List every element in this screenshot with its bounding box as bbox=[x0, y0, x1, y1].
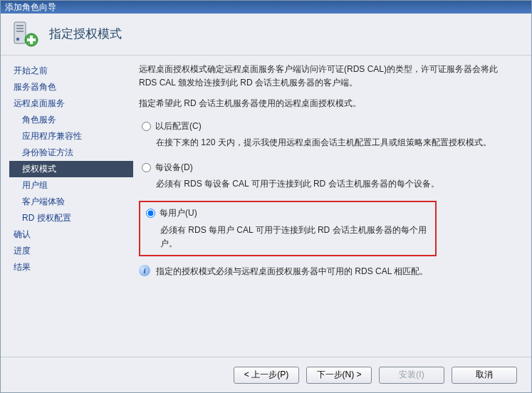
info-icon: i bbox=[139, 265, 150, 276]
highlight-box: 每用户(U) 必须有 RDS 每用户 CAL 可用于连接到此 RD 会话主机服务… bbox=[139, 201, 437, 256]
cancel-button[interactable]: 取消 bbox=[452, 367, 517, 384]
option-later: 以后配置(C) 在接下来的 120 天内，提示我使用远程桌面会话主机配置工具或组… bbox=[139, 118, 514, 155]
svg-rect-4 bbox=[16, 38, 19, 41]
svg-rect-3 bbox=[16, 31, 24, 32]
sidebar-item-1[interactable]: 服务器角色 bbox=[9, 79, 133, 95]
option-per-user-desc: 必须有 RDS 每用户 CAL 可用于连接到此 RD 会话主机服务器的每个用户。 bbox=[143, 222, 432, 252]
sidebar-item-11[interactable]: 进度 bbox=[9, 243, 133, 259]
sidebar-item-0[interactable]: 开始之前 bbox=[9, 63, 133, 79]
option-later-desc: 在接下来的 120 天内，提示我使用远程桌面会话主机配置工具或组策略来配置授权模… bbox=[139, 135, 514, 155]
sidebar-item-3[interactable]: 角色服务 bbox=[9, 112, 133, 128]
option-per-device-radio[interactable] bbox=[142, 163, 151, 172]
svg-rect-1 bbox=[16, 25, 24, 26]
option-per-device-label: 每设备(D) bbox=[155, 161, 193, 174]
next-button[interactable]: 下一步(N) > bbox=[306, 367, 372, 384]
option-per-user-row[interactable]: 每用户(U) bbox=[143, 205, 432, 221]
info-text: 指定的授权模式必须与远程桌面授权服务器中可用的 RDS CAL 相匹配。 bbox=[156, 265, 428, 278]
sidebar-item-8[interactable]: 客户端体验 bbox=[9, 194, 133, 210]
option-later-row[interactable]: 以后配置(C) bbox=[139, 118, 514, 135]
window-title: 添加角色向导 bbox=[5, 2, 56, 12]
info-row: i 指定的授权模式必须与远程桌面授权服务器中可用的 RDS CAL 相匹配。 bbox=[139, 265, 514, 278]
content: 远程桌面授权模式确定远程桌面服务客户端访问许可证(RDS CAL)的类型，许可证… bbox=[139, 56, 531, 357]
sidebar-item-9[interactable]: RD 授权配置 bbox=[9, 210, 133, 226]
server-add-icon bbox=[11, 19, 39, 48]
page-title: 指定授权模式 bbox=[49, 26, 122, 42]
titlebar: 添加角色向导 bbox=[1, 1, 531, 14]
sidebar-item-10[interactable]: 确认 bbox=[9, 226, 133, 243]
sidebar-item-2[interactable]: 远程桌面服务 bbox=[9, 95, 133, 112]
option-per-device-row[interactable]: 每设备(D) bbox=[139, 159, 514, 176]
install-button: 安装(I) bbox=[379, 367, 444, 384]
prompt-text: 指定希望此 RD 会话主机服务器使用的远程桌面授权模式。 bbox=[139, 97, 514, 110]
option-later-label: 以后配置(C) bbox=[155, 120, 202, 133]
option-per-device: 每设备(D) 必须有 RDS 每设备 CAL 可用于连接到此 RD 会话主机服务… bbox=[139, 159, 514, 197]
wizard-window: 添加角色向导 指定授权模式 开始之前服务器角色远程桌面服务角色服务应用程序兼容性… bbox=[0, 0, 532, 393]
option-per-user-radio[interactable] bbox=[146, 209, 155, 218]
sidebar-item-7[interactable]: 用户组 bbox=[9, 177, 133, 194]
sidebar: 开始之前服务器角色远程桌面服务角色服务应用程序兼容性身份验证方法授权模式用户组客… bbox=[1, 56, 139, 357]
sidebar-item-6[interactable]: 授权模式 bbox=[9, 161, 133, 177]
option-per-user-label: 每用户(U) bbox=[160, 206, 197, 220]
option-later-radio[interactable] bbox=[142, 122, 151, 131]
svg-rect-2 bbox=[16, 28, 24, 29]
intro-text: 远程桌面授权模式确定远程桌面服务客户端访问许可证(RDS CAL)的类型，许可证… bbox=[139, 63, 514, 90]
prev-button[interactable]: < 上一步(P) bbox=[234, 367, 299, 384]
header: 指定授权模式 bbox=[1, 14, 531, 56]
sidebar-item-4[interactable]: 应用程序兼容性 bbox=[9, 128, 133, 145]
body: 开始之前服务器角色远程桌面服务角色服务应用程序兼容性身份验证方法授权模式用户组客… bbox=[1, 56, 531, 357]
footer: < 上一步(P) 下一步(N) > 安装(I) 取消 bbox=[1, 357, 531, 392]
option-per-device-desc: 必须有 RDS 每设备 CAL 可用于连接到此 RD 会话主机服务器的每个设备。 bbox=[139, 176, 514, 197]
sidebar-item-5[interactable]: 身份验证方法 bbox=[9, 145, 133, 161]
sidebar-item-12[interactable]: 结果 bbox=[9, 259, 133, 276]
svg-rect-7 bbox=[27, 38, 36, 41]
